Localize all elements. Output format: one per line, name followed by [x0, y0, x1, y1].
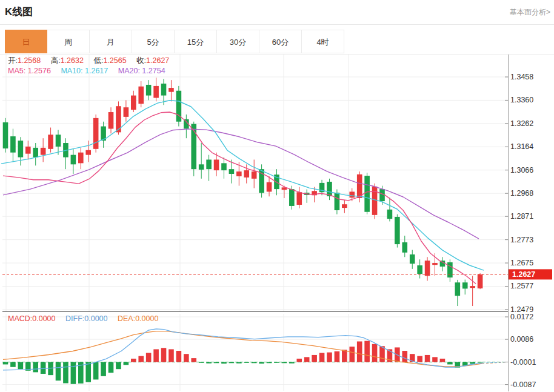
svg-text:1.2968: 1.2968 [510, 189, 533, 198]
fundamental-analysis-link[interactable]: 基本面分析> [510, 7, 550, 18]
svg-text:-0.0087: -0.0087 [510, 380, 536, 389]
macd-value: MACD:0.0000 [8, 314, 56, 323]
svg-text:1.3360: 1.3360 [510, 96, 533, 104]
svg-text:1.2773: 1.2773 [510, 236, 533, 244]
period-tabs: 日周月5分15分30分60分4时 [5, 30, 344, 54]
ma20-value: MA20: 1.2754 [118, 67, 165, 75]
period-tabstrip: 日周月5分15分30分60分4时 [0, 30, 554, 55]
tab-week[interactable]: 周 [47, 30, 90, 53]
macd-info: MACD:0.0000 DIFF:0.0000 DEA:0.0000 [8, 314, 166, 323]
ma5-value: MA5: 1.2576 [8, 67, 51, 75]
tab-15min[interactable]: 15分 [175, 30, 217, 53]
ma10-value: MA10: 1.2617 [61, 67, 108, 75]
tab-5min[interactable]: 5分 [132, 30, 175, 53]
tab-month[interactable]: 月 [90, 30, 132, 53]
close-value: 收:1.2627 [136, 56, 169, 65]
page-title: K线图 [0, 0, 33, 19]
tab-day[interactable]: 日 [5, 30, 47, 53]
high-value: 高:1.2632 [51, 56, 84, 65]
tab-4hour[interactable]: 4时 [302, 30, 344, 53]
svg-text:0.0172: 0.0172 [510, 313, 533, 321]
dea-value: DEA:0.0000 [118, 314, 158, 323]
header: K线图 基本面分析> [0, 0, 554, 25]
svg-text:-0.0001: -0.0001 [510, 358, 536, 367]
tab-60min[interactable]: 60分 [259, 30, 302, 53]
low-value: 低:1.2565 [93, 56, 126, 65]
open-value: 开:1.2568 [8, 56, 41, 65]
diff-value: DIFF:0.0000 [65, 314, 107, 323]
ma-info: MA5: 1.2576 MA10: 1.2617 MA20: 1.2754 [8, 67, 173, 75]
svg-text:1.3458: 1.3458 [510, 73, 533, 81]
svg-text:1.2627: 1.2627 [512, 270, 535, 279]
svg-text:1.3164: 1.3164 [510, 142, 533, 151]
tab-30min[interactable]: 30分 [217, 30, 259, 53]
svg-text:1.2871: 1.2871 [510, 212, 533, 221]
svg-text:1.2675: 1.2675 [510, 259, 533, 267]
ohlc-info: 开:1.2568 高:1.2632 低:1.2565 收:1.2627 [8, 56, 177, 66]
svg-text:0.0086: 0.0086 [510, 335, 533, 344]
svg-text:1.2577: 1.2577 [510, 282, 533, 290]
svg-text:1.3066: 1.3066 [510, 166, 533, 174]
svg-text:1.3262: 1.3262 [510, 119, 533, 128]
